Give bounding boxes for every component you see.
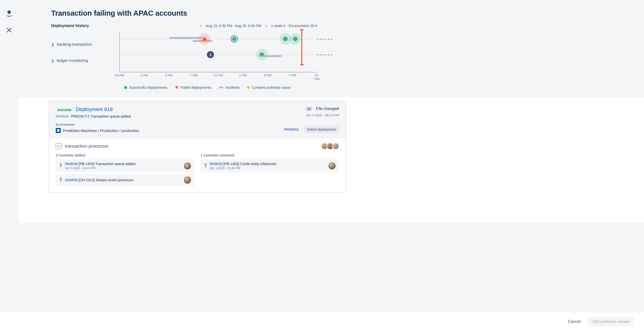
environment-picker[interactable]: Environment: All ▾: [289, 24, 317, 28]
timespan-picker[interactable]: 1 week ▾: [271, 24, 285, 28]
avatar: [184, 162, 191, 169]
failed-triangle-icon: [175, 86, 179, 89]
footer-bar: Cancel Add potential causes: [0, 312, 644, 331]
commit-row[interactable]: 5fe9b3d [PB-1453] Transaction queue adde…: [56, 159, 194, 172]
repo-name[interactable]: transaction-processor: [65, 144, 109, 149]
deployment-marker-selected[interactable]: [232, 37, 237, 41]
commits-added-title: 3 Commits added: [56, 153, 194, 157]
chevron-down-icon: ▾: [315, 24, 317, 28]
commit-row[interactable]: 49d4f3d [DH-2312] Stream event processor: [56, 174, 194, 186]
incident-bar[interactable]: [169, 37, 203, 39]
success-dot-icon: [124, 86, 127, 89]
date-prev-icon[interactable]: ‹: [200, 23, 202, 28]
commit-icon: [204, 163, 207, 169]
files-changed-count: 12: [305, 106, 313, 111]
select-deployment-button[interactable]: Select deployment: [304, 126, 339, 133]
commit-row[interactable]: 5fe9b3d [PB-1453] Credit entity refactor…: [201, 159, 339, 172]
environment-label: Environment: [56, 123, 281, 126]
deployment-history-heading: Deployment history: [51, 24, 89, 28]
svg-point-0: [7, 10, 11, 14]
deployment-marker[interactable]: [293, 37, 298, 41]
svg-point-1: [60, 164, 62, 165]
svg-point-5: [205, 164, 206, 165]
svg-point-3: [60, 178, 62, 180]
deployment-cluster-count[interactable]: 2: [207, 51, 214, 58]
chevron-down-icon: ▾: [283, 24, 285, 28]
chevron-right-icon: ❯: [51, 59, 54, 63]
commit-icon: [59, 163, 62, 169]
deployment-timestamp: Jun 3 2020 - 08:10 PM: [281, 113, 339, 117]
avatar: [332, 143, 339, 150]
page-title: Transaction failing with APAC accounts: [18, 9, 317, 17]
close-icon[interactable]: [7, 28, 12, 33]
avatar: [184, 176, 191, 184]
series-row-banking[interactable]: ❯ banking-transaction: [51, 36, 120, 53]
environment-breadcrumb[interactable]: Prediction Machines / Production / produ…: [63, 128, 139, 133]
commit-sha: 5fe9b3d: [56, 114, 69, 118]
incident-bar-icon: [219, 87, 223, 88]
time-axis: 10 AM 1 AM 4 AM 7 AM 10 AM 1 PM 4 PM 7 P…: [120, 73, 317, 78]
code-repo-icon: <>: [56, 143, 62, 149]
date-next-icon[interactable]: ›: [265, 23, 267, 28]
commits-removed-title: 1 Commits removed: [201, 153, 339, 157]
deployment-detail-card: SUCCESS Deployment #18 5fe9b3d PREDICT-2…: [49, 101, 346, 193]
redeploy-button[interactable]: Redeploy: [281, 126, 301, 133]
contributor-avatars[interactable]: [322, 143, 339, 150]
cancel-button[interactable]: Cancel: [565, 317, 584, 326]
date-range[interactable]: Aug 13, 6:30 PM - Aug 20, 6:30 PM: [206, 24, 261, 28]
failed-deployment-marker[interactable]: [202, 37, 207, 41]
deployment-marker[interactable]: [283, 37, 288, 41]
series-row-ledger[interactable]: ❯ ledger-monitoring: [51, 53, 120, 69]
cause-dot-icon: [247, 86, 250, 89]
deployment-link[interactable]: Deployment #18: [76, 106, 113, 112]
commit-icon: [59, 178, 62, 183]
avatar: [328, 162, 336, 169]
issue-key: PREDICT-2: [71, 114, 90, 118]
chevron-right-icon: ❯: [51, 42, 54, 47]
bitbucket-icon: [56, 128, 61, 133]
status-badge: SUCCESS: [56, 108, 73, 112]
incident-bar[interactable]: [262, 55, 282, 57]
incident-range-bracket: [301, 29, 302, 65]
files-changed-label: File changed: [316, 106, 339, 111]
side-rail: [0, 0, 18, 331]
chart-legend: Successful deployments Failed deployment…: [124, 85, 317, 97]
deployment-timeline-chart[interactable]: 2: [120, 32, 317, 72]
add-potential-causes-button[interactable]: Add potential causes: [588, 317, 634, 326]
app-logo-icon[interactable]: [6, 10, 13, 19]
